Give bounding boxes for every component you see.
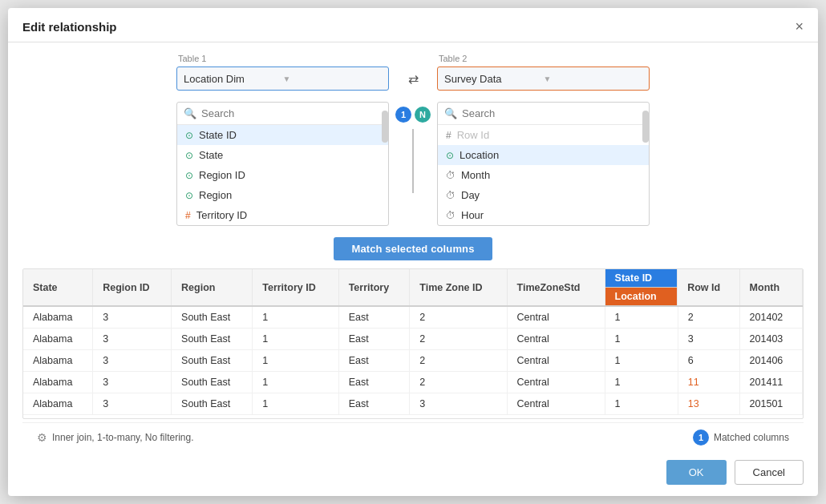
left-search-bar: 🔍 [177,103,388,125]
footer-buttons: OK Cancel [8,452,818,496]
left-column-list: ⊙ State ID ⊙ State ⊙ Region ID ⊙ [177,125,388,225]
table-row: Alabama 3 South East 1 East 3 Central 1 … [23,393,803,415]
table2-value: Survey Data [444,73,544,85]
col-region: Region [172,269,253,306]
list-item[interactable]: ⊙ State ID [177,125,388,145]
list-item[interactable]: # Territory ID [177,205,388,225]
right-search-icon: 🔍 [444,107,457,119]
connector-area: ⇄ [389,54,437,87]
connector-line [412,129,414,193]
join-info-text: Inner join, 1-to-many, No filtering. [52,432,194,443]
table2-section: Table 2 Survey Data ▼ [437,54,650,91]
close-button[interactable]: × [795,19,804,34]
table1-value: Location Dim [184,73,283,85]
matched-columns-info: 1 Matched columns [693,429,789,446]
modal-header: Edit relationship × [8,8,818,42]
table-row: Alabama 3 South East 1 East 2 Central 1 … [23,306,803,329]
right-search-bar: 🔍 [438,103,649,125]
geo-icon: ⊙ [185,150,193,161]
table1-label: Table 1 [176,54,389,63]
table1-caret-icon: ▼ [283,75,383,83]
table1-section: Table 1 Location Dim ▼ [176,54,389,91]
col-matched: State ID Location [605,269,678,305]
left-search-input[interactable] [201,107,382,119]
clock-icon: ⏱ [446,190,456,201]
matched-columns-label: Matched columns [714,432,789,443]
swap-icon[interactable]: ⇄ [408,71,419,87]
match-selected-columns-button[interactable]: Match selected columns [334,237,492,260]
ok-button[interactable]: OK [666,460,727,485]
right-column-list: # Row Id ⊙ Location ⏱ Month ⏱ [438,125,649,225]
col-timezonestd: TimeZoneStd [507,269,605,306]
geo-icon: ⊙ [185,170,193,181]
left-scrollbar[interactable] [382,111,388,143]
list-item[interactable]: ⏱ Hour [438,205,649,225]
clock-icon: ⏱ [446,170,456,181]
table-row: Alabama 3 South East 1 East 2 Central 1 … [23,350,803,372]
col-state: State [23,269,93,306]
col-timezone-id: Time Zone ID [410,269,507,306]
geo-icon: ⊙ [185,190,193,201]
list-item[interactable]: ⊙ State [177,145,388,165]
table2-select[interactable]: Survey Data ▼ [437,67,650,91]
geo-icon: ⊙ [185,130,193,141]
list-item[interactable]: ⏱ Month [438,165,649,185]
table-row: Alabama 3 South East 1 East 2 Central 1 … [23,372,803,393]
right-column-panel: 🔍 # Row Id ⊙ Location ⏱ [437,102,650,226]
col-row-id: Row Id [678,269,739,306]
list-item[interactable]: ⊙ Location [438,145,649,165]
data-table-wrapper[interactable]: State Region ID Region Territory ID Terr… [22,268,804,419]
list-item[interactable]: # Row Id [438,125,649,145]
relationship-builder: Table 1 Location Dim ▼ ⇄ Table 2 Survey … [22,54,804,91]
col-region-id: Region ID [93,269,172,306]
number-icon: # [446,130,451,141]
badge-1: 1 [395,107,411,123]
right-scrollbar[interactable] [642,111,649,143]
modal-title: Edit relationship [22,20,117,34]
col-territory-id: Territory ID [253,269,338,306]
col-month: Month [739,269,802,306]
col-territory: Territory [338,269,410,306]
table1-select[interactable]: Location Dim ▼ [176,67,389,91]
matched-count-badge: 1 [693,429,709,446]
left-search-icon: 🔍 [184,107,196,119]
table2-label: Table 2 [437,54,650,63]
cancel-button[interactable]: Cancel [735,460,804,485]
footer-info: ⚙ Inner join, 1-to-many, No filtering. 1… [22,422,804,452]
table-row: Alabama 3 South East 1 East 2 Central 1 … [23,329,803,350]
col-location: Location [605,288,678,305]
list-item[interactable]: ⊙ Region ID [177,165,388,185]
gear-icon: ⚙ [37,431,47,444]
hash-icon: # [185,210,191,221]
table-header-row: State Region ID Region Territory ID Terr… [23,269,803,306]
geo-icon: ⊙ [446,150,454,161]
modal-body: Table 1 Location Dim ▼ ⇄ Table 2 Survey … [8,42,818,452]
col-state-id: State ID [605,269,678,288]
list-item[interactable]: ⊙ Region [177,185,388,205]
table2-caret-icon: ▼ [544,75,643,83]
right-search-input[interactable] [462,107,642,119]
edit-relationship-modal: Edit relationship × Table 1 Location Dim… [8,8,818,496]
list-item[interactable]: ⏱ Day [438,185,649,205]
clock-icon: ⏱ [446,210,456,221]
data-table: State Region ID Region Territory ID Terr… [23,269,803,415]
join-info: ⚙ Inner join, 1-to-many, No filtering. [37,431,194,444]
badge-n: N [415,107,431,123]
left-column-panel: 🔍 ⊙ State ID ⊙ State ⊙ [176,102,389,226]
match-button-row: Match selected columns [22,237,804,260]
